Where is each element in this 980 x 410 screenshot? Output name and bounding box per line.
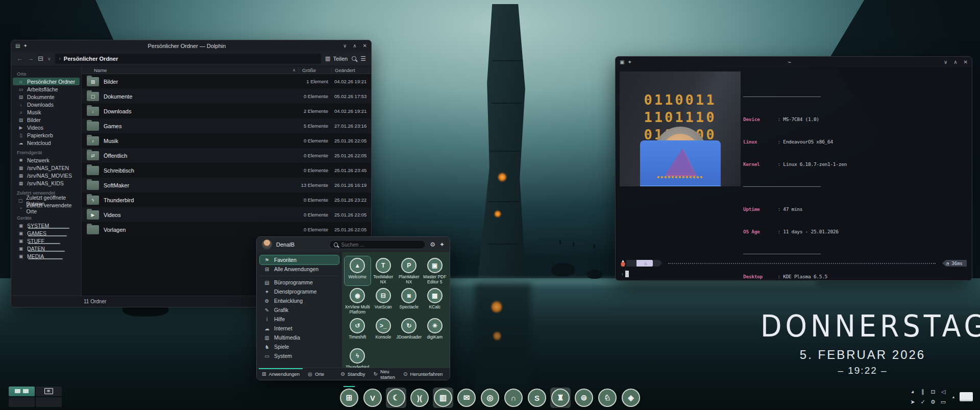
dock-item[interactable]: ▥: [433, 388, 453, 408]
dock-app-icon[interactable]: )(: [410, 389, 429, 407]
desktop-3[interactable]: [9, 397, 35, 407]
sidebar-item[interactable]: ▣ DATEN: [13, 245, 80, 252]
category-item[interactable]: ▤ Büroprogramme: [260, 278, 339, 287]
category-item[interactable]: ✎ Grafik: [260, 305, 339, 315]
sidebar-item[interactable]: ▣ SYSTEM: [13, 222, 80, 229]
sidebar-item[interactable]: ☁ Nextcloud: [13, 139, 80, 147]
standby-button[interactable]: ⊖ Standby: [340, 368, 365, 380]
dock-app-icon[interactable]: ∩: [504, 389, 523, 407]
app-tile[interactable]: ◉ XnView Multi Platform: [345, 286, 371, 316]
table-row[interactable]: ↓ Downloads 2 Elemente 04.02.26 19:21: [82, 104, 371, 118]
category-item[interactable]: ✦ Dienstprogramme: [260, 287, 339, 296]
tab-places[interactable]: ◎ Orte: [308, 368, 324, 380]
sidebar-item[interactable]: ▯ Papierkorb: [13, 131, 80, 139]
tree-view-icon[interactable]: ⊟: [38, 55, 43, 62]
close-button[interactable]: ✕: [363, 43, 367, 49]
dock-item[interactable]: ♜: [550, 388, 571, 408]
category-item[interactable]: ♞ Spiele: [260, 342, 339, 351]
dock-app-icon[interactable]: ◎: [481, 389, 499, 407]
breadcrumb-location[interactable]: Persönlicher Ordner: [64, 56, 118, 62]
tray-icon[interactable]: ➤: [909, 398, 917, 406]
maximize-button[interactable]: ∧: [953, 59, 957, 65]
tray-icon[interactable]: ◁: [939, 388, 947, 396]
desktop-2[interactable]: [36, 387, 62, 396]
category-item[interactable]: ☁ Internet: [260, 324, 339, 333]
terminal-titlebar[interactable]: ▣ ✦ ~ ∨ ∧ ✕: [616, 57, 972, 67]
tray-icon[interactable]: ∥: [919, 388, 927, 396]
forward-button[interactable]: →: [27, 55, 34, 62]
dock-item[interactable]: ◎: [480, 388, 500, 408]
chevron-down-icon[interactable]: ∨: [47, 56, 51, 61]
column-modified[interactable]: Geändert: [331, 67, 371, 73]
dock-item[interactable]: ✉: [456, 388, 477, 408]
sidebar-item[interactable]: ▦ /srv/NAS_KIDS: [13, 179, 80, 187]
tray-expand-icon[interactable]: ▴: [952, 395, 954, 399]
table-row[interactable]: ϟ Thunderbird 0 Elemente 25.01.26 23:22: [82, 192, 371, 207]
dock-app-icon[interactable]: ♘: [598, 389, 617, 407]
search-field[interactable]: [329, 240, 426, 249]
dock-app-icon[interactable]: ◈: [622, 389, 640, 407]
search-input[interactable]: [341, 242, 421, 248]
dock-app-icon[interactable]: ⊞: [340, 389, 358, 407]
minimize-button[interactable]: ∨: [944, 59, 947, 65]
table-row[interactable]: Vorlagen 0 Elemente 25.01.26 22:05: [82, 222, 371, 237]
sidebar-item[interactable]: Fremdgerät: [13, 149, 80, 156]
table-row[interactable]: Schreibtisch 0 Elemente 25.01.26 23:45: [82, 163, 371, 178]
column-name[interactable]: Name∧: [82, 67, 299, 73]
dock-app-icon[interactable]: ♜: [551, 389, 570, 407]
dock-item[interactable]: ⊞: [339, 388, 359, 408]
maximize-button[interactable]: ∧: [353, 43, 356, 49]
dock-item[interactable]: ⊚: [574, 388, 594, 408]
table-row[interactable]: ⇄ Öffentlich 0 Elemente 25.01.26 22:05: [82, 148, 371, 163]
dock-app-icon[interactable]: ☾: [387, 389, 405, 407]
category-item[interactable]: i Hilfe: [260, 315, 339, 324]
pin-icon[interactable]: ✦: [439, 241, 445, 248]
terminal-content[interactable]: 0110011 1101110 0110100 1001001 ────: [616, 67, 972, 280]
dock-app-icon[interactable]: ▥: [434, 389, 452, 407]
sidebar-item[interactable]: ▤ Dokumente: [13, 93, 80, 101]
tray-icon[interactable]: ✓: [919, 398, 927, 406]
app-tile[interactable]: >_ Konsole: [371, 317, 397, 346]
table-row[interactable]: ▢ Dokumente 0 Elemente 05.02.26 17:53: [82, 89, 371, 104]
sidebar-item[interactable]: ⌂ Persönlicher Ordner: [13, 78, 80, 85]
app-tile[interactable]: ◙ Spectacle: [396, 286, 422, 316]
app-tile[interactable]: ⊟ VueScan: [371, 286, 397, 316]
sidebar-item[interactable]: ▨ Bilder: [13, 116, 80, 124]
table-row[interactable]: ▶ Videos 0 Elemente 25.01.26 22:05: [82, 207, 371, 222]
sidebar-item[interactable]: ♪ Musik: [13, 108, 80, 116]
split-view-button[interactable]: ▥ Teilen: [325, 55, 348, 62]
category-item[interactable]: ⚙ Entwicklung: [260, 296, 339, 305]
desktop-1[interactable]: [9, 387, 35, 396]
dock-item[interactable]: V: [362, 388, 383, 408]
avatar[interactable]: [262, 239, 272, 250]
show-desktop-icon[interactable]: [960, 392, 973, 401]
breadcrumb[interactable]: › Persönlicher Ordner: [55, 54, 322, 64]
category-item[interactable]: ⚑ Favoriten: [260, 255, 339, 264]
tray-icon[interactable]: ◕: [909, 388, 917, 396]
sidebar-item[interactable]: ↓ Downloads: [13, 101, 80, 108]
app-tile[interactable]: ▦ KCalc: [422, 286, 448, 316]
table-row[interactable]: ▨ Bilder 1 Element 04.02.26 19:21: [82, 74, 371, 89]
dock-item[interactable]: ◈: [621, 388, 641, 408]
pin-icon[interactable]: ✦: [23, 43, 27, 49]
pin-icon[interactable]: ✦: [627, 59, 631, 65]
table-row[interactable]: SoftMaker 13 Elemente 26.01.26 16:19: [82, 178, 371, 192]
app-tile[interactable]: ↻ JDownloader: [396, 317, 422, 346]
shutdown-button[interactable]: ⊙ Herunterfahren: [403, 368, 443, 380]
sidebar-item[interactable]: ▭ Arbeitsfläche: [13, 85, 80, 93]
dock-item[interactable]: S: [527, 388, 547, 408]
restart-button[interactable]: ↻ Neu starten: [374, 368, 395, 380]
sidebar-item[interactable]: ▣ STUFF: [13, 237, 80, 245]
gear-icon[interactable]: ⚙: [430, 241, 435, 248]
category-item[interactable]: ▭ System: [260, 351, 339, 360]
tab-applications[interactable]: ⊞ Anwendungen: [262, 368, 300, 380]
dock-item[interactable]: )(: [409, 388, 430, 408]
sidebar-item[interactable]: ▶ Videos: [13, 124, 80, 131]
column-size[interactable]: Größe: [299, 67, 331, 73]
app-tile[interactable]: ▲ Welcome: [345, 256, 371, 285]
app-tile[interactable]: P PlanMaker NX: [396, 256, 422, 285]
dock-app-icon[interactable]: ⊚: [575, 389, 593, 407]
dock-app-icon[interactable]: ✉: [457, 389, 476, 407]
table-row[interactable]: Games 5 Elemente 27.01.26 23:16: [82, 118, 371, 133]
hamburger-menu-icon[interactable]: ☰: [360, 55, 366, 62]
